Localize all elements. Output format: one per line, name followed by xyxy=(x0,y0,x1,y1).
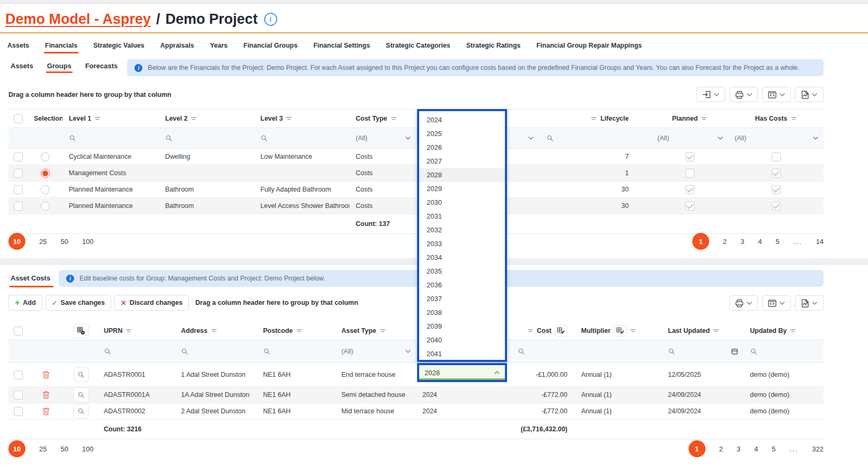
chevron-up-icon[interactable] xyxy=(494,371,500,374)
project-info-icon[interactable]: i xyxy=(264,13,277,26)
tab-strategic-categories[interactable]: Strategic Categories xyxy=(386,42,450,52)
batch-edit-button[interactable] xyxy=(555,325,567,337)
postcode-filter-input[interactable] xyxy=(257,348,335,355)
year-cell[interactable]: 2024 xyxy=(416,407,511,415)
page-1[interactable]: 1 xyxy=(692,233,709,250)
year-option[interactable]: 2041 xyxy=(419,347,505,361)
planned-filter-select[interactable]: (All) xyxy=(651,134,728,142)
cost-type-filter-select[interactable]: (All) xyxy=(349,134,416,142)
row-checkbox[interactable] xyxy=(8,370,28,379)
delete-row-button[interactable] xyxy=(28,391,65,399)
code-export-button[interactable] xyxy=(762,87,791,102)
year-cell[interactable]: 2024 xyxy=(416,391,511,398)
page-2[interactable]: 2 xyxy=(719,445,723,453)
page-3[interactable]: 3 xyxy=(737,445,740,453)
tab-asset-costs[interactable]: Asset Costs xyxy=(11,270,50,287)
page-size-10[interactable]: 10 xyxy=(8,233,25,250)
column-header-cost[interactable]: Cost xyxy=(511,325,575,337)
address-filter-input[interactable] xyxy=(175,348,257,355)
page-5[interactable]: 5 xyxy=(775,238,779,246)
tab-strategic-ratings[interactable]: Strategic Ratings xyxy=(466,42,521,52)
table-row[interactable]: ADASTR0001 1 Adal Street Dunston NE1 6AH… xyxy=(8,363,824,387)
table-row[interactable]: Planned Maintenance Bathroom Level Acces… xyxy=(8,198,824,214)
tab-assets[interactable]: Assets xyxy=(7,42,29,52)
column-header-level3[interactable]: Level 3 xyxy=(254,115,349,122)
row-radio[interactable] xyxy=(28,152,62,161)
table-row[interactable]: Cyclical Maintenance Dwelling Low Mainte… xyxy=(8,149,824,165)
column-header-has-costs[interactable]: Has Costs xyxy=(728,115,824,122)
cost-filter-input[interactable] xyxy=(511,348,575,355)
cost-cell[interactable]: -£772.00 xyxy=(511,407,575,415)
print-button[interactable] xyxy=(729,295,758,311)
level3-filter-input[interactable] xyxy=(254,134,349,142)
delete-row-button[interactable] xyxy=(28,407,65,415)
tab-strategic-values[interactable]: Strategic Values xyxy=(93,42,144,52)
row-search-button[interactable] xyxy=(65,404,97,419)
tab-appraisals[interactable]: Appraisals xyxy=(160,42,194,52)
year-option[interactable]: 2031 xyxy=(419,210,505,223)
model-link[interactable]: Demo Model - Asprey xyxy=(5,11,151,28)
year-option[interactable]: 2035 xyxy=(419,265,505,278)
table-row[interactable]: ADASTR0001A 1A Adal Street Dunston NE1 6… xyxy=(8,387,824,403)
row-search-button[interactable] xyxy=(65,387,97,402)
page-size-50[interactable]: 50 xyxy=(60,445,68,453)
has-costs-filter-select[interactable]: (All) xyxy=(728,134,824,142)
tab-financials[interactable]: Financials xyxy=(45,42,77,52)
code-export-button[interactable] xyxy=(762,295,791,311)
table-row[interactable]: Management Costs Costs 1 xyxy=(8,165,824,182)
level2-filter-input[interactable] xyxy=(159,134,254,142)
tab-years[interactable]: Years xyxy=(210,42,228,52)
year-option[interactable]: 2029 xyxy=(419,182,505,196)
column-header-cost-type[interactable]: Cost Type xyxy=(349,115,416,122)
add-button[interactable]: +Add xyxy=(8,295,42,311)
page-2[interactable]: 2 xyxy=(723,238,727,246)
year-option[interactable]: 2032 xyxy=(419,223,505,237)
page-4[interactable]: 4 xyxy=(758,238,762,246)
page-3[interactable]: 3 xyxy=(740,238,744,246)
page-size-100[interactable]: 100 xyxy=(82,238,94,246)
year-option[interactable]: 2036 xyxy=(419,278,505,292)
year-option[interactable]: 2030 xyxy=(419,196,505,210)
column-header-multiplier[interactable]: Multiplier xyxy=(575,325,662,337)
uprn-filter-input[interactable] xyxy=(97,348,175,355)
last-updated-filter-input[interactable] xyxy=(662,348,744,355)
print-button[interactable] xyxy=(729,87,758,102)
column-header-asset-type[interactable]: Asset Type xyxy=(335,327,416,334)
export-button[interactable] xyxy=(697,87,725,102)
row-search-button[interactable] xyxy=(65,367,97,382)
column-header-address[interactable]: Address xyxy=(175,327,257,334)
row-radio[interactable] xyxy=(28,185,62,194)
subtab-assets[interactable]: Assets xyxy=(11,62,33,74)
page-last[interactable]: 14 xyxy=(816,238,824,246)
save-changes-button[interactable]: ✓Save changes xyxy=(46,295,111,311)
tab-financial-groups[interactable]: Financial Groups xyxy=(243,42,297,52)
discard-changes-button[interactable]: ✕Discard changes xyxy=(114,295,189,311)
column-header-updated-by[interactable]: Updated By xyxy=(744,327,824,334)
page-4[interactable]: 4 xyxy=(754,445,758,453)
row-radio[interactable] xyxy=(28,202,62,211)
asset-type-filter-select[interactable]: (All) xyxy=(335,348,416,355)
year-option[interactable]: 2038 xyxy=(419,306,505,320)
year-option[interactable]: 2037 xyxy=(419,292,505,306)
tab-financial-group-repair-mappings[interactable]: Financial Group Repair Mappings xyxy=(536,42,641,52)
page-5[interactable]: 5 xyxy=(772,445,775,453)
page-size-25[interactable]: 25 xyxy=(39,238,47,246)
subtab-groups[interactable]: Groups xyxy=(47,62,71,74)
revert-columns-button[interactable] xyxy=(65,323,97,338)
year-option[interactable]: 2040 xyxy=(419,333,505,347)
cost-cell[interactable]: -£772.00 xyxy=(511,391,575,398)
page-size-50[interactable]: 50 xyxy=(60,238,68,246)
lifecycle-filter-input[interactable] xyxy=(540,134,651,142)
year-option[interactable]: 2028 xyxy=(419,168,505,182)
tab-financial-settings[interactable]: Financial Settings xyxy=(313,42,370,52)
year-option[interactable]: 2024 xyxy=(419,113,505,127)
page-1[interactable]: 1 xyxy=(689,440,706,457)
select-all-checkbox[interactable] xyxy=(8,114,28,123)
column-header-lifecycle[interactable]: Lifecycle xyxy=(540,115,651,122)
multiplier-cell[interactable]: Annual (1) xyxy=(575,371,662,378)
cost-cell[interactable]: -£1,000.00 xyxy=(511,371,575,378)
updated-by-filter-input[interactable] xyxy=(744,348,824,355)
column-header-uprn[interactable]: UPRN xyxy=(97,327,175,334)
row-radio[interactable] xyxy=(28,169,62,178)
column-header-postcode[interactable]: Postcode xyxy=(257,327,335,334)
